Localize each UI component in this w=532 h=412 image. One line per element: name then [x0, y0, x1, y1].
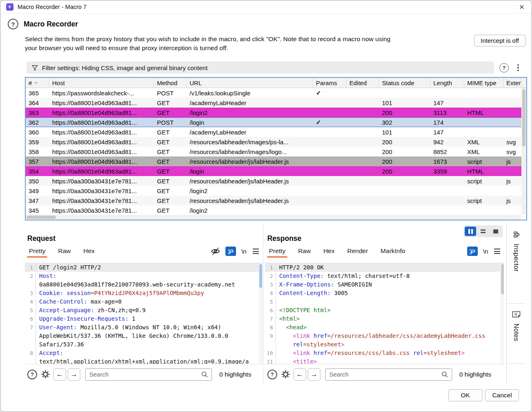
history-row-350[interactable]: 350https://0aa300a30431e7e781...GET/reso… — [26, 176, 526, 186]
column-header-url[interactable]: URL — [187, 78, 313, 88]
code-line: 0a88001e04d963ad81f78e2100770093.web-sec… — [25, 280, 263, 289]
request-search-bar: ? ← → 0 highlights — [25, 364, 263, 384]
cell: 3113 — [430, 109, 464, 116]
column-header-extension[interactable]: Extension — [503, 78, 521, 88]
sort-chevron-icon — [34, 81, 38, 84]
cell: 359 — [26, 139, 49, 145]
tab-markinfo[interactable]: MarkInfo — [380, 247, 406, 258]
kebab-menu-icon[interactable] — [516, 64, 521, 72]
cell: /login2 — [187, 187, 313, 194]
newline-toggle[interactable]: \n — [241, 248, 247, 255]
request-tabs: PrettyRawHex \n — [25, 247, 263, 258]
history-row-357[interactable]: 357https://0a88001e04d963ad81...GET/reso… — [26, 156, 526, 166]
tab-pretty[interactable]: Pretty — [28, 247, 46, 258]
response-code-editor[interactable]: 1HTTP/2 200 OK2Content-Type: text/html; … — [265, 263, 505, 364]
prev-match-button[interactable]: ← — [53, 368, 66, 381]
editor-menu-icon[interactable] — [252, 248, 260, 255]
request-search-input[interactable] — [89, 371, 201, 378]
response-search-bar: ? ← → 0 highlights — [265, 364, 505, 384]
sidebar-tab-notes[interactable]: Notes — [507, 304, 525, 364]
scrollbar-thumb[interactable] — [522, 89, 525, 146]
tab-pretty[interactable]: Pretty — [268, 247, 286, 258]
response-editor-scrollbar[interactable] — [500, 263, 504, 364]
history-row-345[interactable]: 345https://0aa300a30431e7e781...GET/logi… — [26, 205, 526, 215]
history-row-364[interactable]: 364https://0a88001e04d963ad81...GET/acad… — [26, 98, 526, 108]
gear-icon[interactable] — [41, 370, 50, 379]
tab-raw[interactable]: Raw — [297, 247, 311, 258]
filter-settings-bar[interactable]: Filter settings: Hiding CSS, image and g… — [26, 62, 494, 74]
column-header-params[interactable]: Params — [313, 78, 347, 88]
burp-bolt-icon — [6, 3, 13, 11]
cell: https://0aa300a30431e7e781... — [49, 178, 154, 185]
history-row-347[interactable]: 347https://0aa300a30431e7e781...GET/reso… — [26, 196, 526, 205]
tab-hex[interactable]: Hex — [322, 247, 336, 258]
search-help-icon[interactable]: ? — [27, 370, 37, 379]
search-help-icon[interactable]: ? — [267, 370, 277, 379]
history-row-349[interactable]: 349https://0aa300a30431e7e781...GET/logi… — [26, 186, 526, 196]
history-row-359[interactable]: 359https://0a88001e04d963ad81...GET/reso… — [26, 137, 526, 147]
page-title: Macro Recorder — [24, 20, 78, 29]
cell: 101 — [379, 129, 430, 136]
right-sidebar: Inspector Notes — [506, 224, 525, 384]
sidebar-tab-inspector[interactable]: Inspector — [507, 224, 525, 304]
cell: js — [503, 178, 521, 185]
scrollbar-thumb[interactable] — [501, 264, 504, 294]
code-line: 2Content-Type: text/html; charset=utf-8 — [265, 272, 505, 280]
word-wrap-toggle[interactable] — [225, 247, 236, 256]
column-header-method[interactable]: Method — [154, 78, 187, 88]
editor-menu-icon[interactable] — [493, 248, 501, 255]
history-row-363[interactable]: 363https://0a88001e04d963ad81...GET/logi… — [26, 108, 526, 117]
cell: GET — [154, 148, 187, 155]
history-row-358[interactable]: 358https://0a88001e04d963ad81...GET/reso… — [26, 147, 526, 156]
request-code-editor[interactable]: 1GET /login2 HTTP/22Host:0a88001e04d963a… — [25, 263, 263, 364]
history-row-365[interactable]: 365https://passwordsleakcheck-...POST/v1… — [26, 88, 526, 98]
response-search-input[interactable] — [329, 371, 441, 378]
filter-help-icon[interactable]: ? — [499, 63, 509, 73]
cell: 1673 — [430, 158, 464, 165]
prev-match-button[interactable]: ← — [294, 368, 306, 381]
cancel-button[interactable]: Cancel — [485, 389, 519, 401]
cell: /resources/labheader/images/ps-la... — [187, 139, 313, 145]
inspector-spy-icon — [512, 230, 521, 239]
layout-rows-button[interactable] — [477, 227, 489, 236]
column-header-edited[interactable]: Edited — [347, 78, 379, 88]
table-horizontal-scrollbar[interactable] — [26, 215, 521, 220]
code-line: 5Accept-Language: zh-CN,zh;q=0.9 — [25, 306, 263, 315]
hide-eye-icon[interactable] — [211, 247, 220, 256]
history-row-362[interactable]: 362https://0a88001e04d963ad81...POST/log… — [26, 117, 526, 127]
column-header-length[interactable]: Length — [430, 78, 464, 88]
column-header-host[interactable]: Host — [49, 78, 154, 88]
close-icon[interactable]: × — [518, 3, 526, 11]
ok-button[interactable]: OK — [448, 389, 482, 401]
next-match-button[interactable]: → — [308, 368, 320, 381]
layout-columns-button[interactable] — [465, 227, 476, 236]
column-header-mime-type[interactable]: MIME type — [464, 78, 503, 88]
cell: 365 — [26, 90, 49, 97]
tab-raw[interactable]: Raw — [57, 247, 71, 258]
scrollbar-thumb[interactable] — [26, 216, 56, 219]
gear-icon[interactable] — [281, 370, 290, 379]
code-line: 1GET /login2 HTTP/2 — [25, 263, 263, 272]
history-row-354[interactable]: 354https://0a88001e04d963ad81...GET/logi… — [26, 166, 526, 176]
response-panel: Response PrettyRawHexRenderMarkInfo \n 1… — [265, 224, 505, 384]
tab-render[interactable]: Render — [347, 247, 369, 258]
column-header--[interactable]: # — [26, 78, 49, 88]
cell: 358 — [26, 148, 49, 155]
dialog-footer: OK Cancel — [8, 389, 525, 401]
intercept-toggle-button[interactable]: Intercept is off — [474, 35, 525, 46]
scrollbar-thumb[interactable] — [259, 264, 262, 288]
tab-hex[interactable]: Hex — [83, 247, 96, 258]
request-panel: Request PrettyRawHex \n 1GET /logi — [25, 224, 263, 384]
word-wrap-toggle[interactable] — [467, 247, 478, 256]
next-match-button[interactable]: → — [68, 368, 80, 381]
cell: https://0a88001e04d963ad81... — [49, 148, 154, 155]
table-vertical-scrollbar[interactable] — [521, 88, 526, 214]
column-header-status-code[interactable]: Status code — [379, 78, 430, 88]
cell: 8852 — [430, 148, 464, 155]
code-line: 9 <link href=/resources/labheader/css/ac… — [265, 332, 505, 340]
intro-text: Select the items from the proxy history … — [25, 35, 391, 52]
history-row-360[interactable]: 360https://0a88001e04d963ad81...GET/acad… — [26, 127, 526, 137]
newline-toggle[interactable]: \n — [483, 248, 488, 255]
request-editor-scrollbar[interactable] — [259, 263, 263, 364]
layout-single-button[interactable] — [490, 227, 501, 236]
